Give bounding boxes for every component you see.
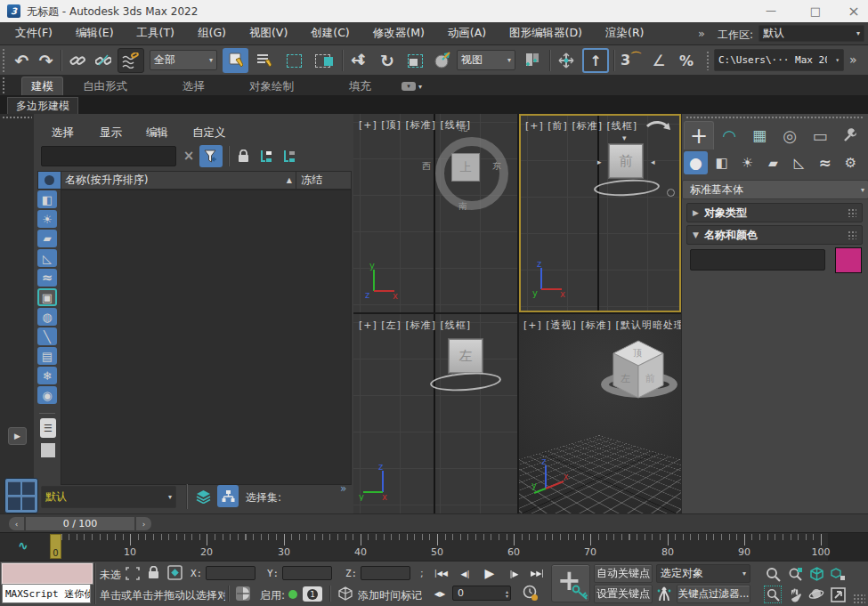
menu-animation[interactable]: 动画(A) (436, 22, 498, 44)
viewport-top[interactable]: [+] [顶] [标准] [线框] 上 北 南 西 东 y x z (353, 114, 517, 312)
menu-tools[interactable]: 工具(T) (126, 22, 186, 44)
redo-button[interactable]: ↷ (35, 50, 57, 71)
viewport-perspective[interactable]: [+] [透视] [标准] [默认明暗处理] 顶 左 前 z x y (519, 314, 681, 513)
ribbon-tab-modeling[interactable]: 建模 (21, 77, 63, 95)
selection-brackets-icon[interactable] (126, 567, 140, 580)
workspace-dropdown[interactable]: 默认 ▾ (758, 25, 864, 42)
column-name-header[interactable]: 名称(按升序排序) ▲ (61, 172, 296, 189)
explorer-search-input[interactable] (41, 146, 176, 166)
snap-toggle-3d[interactable]: 3 ⌒ (618, 50, 643, 71)
auto-key-button[interactable]: 自动关键点 (594, 564, 653, 583)
bind-to-spacewarp-button[interactable] (118, 48, 144, 73)
filter-shapes-toggle[interactable]: ◧ (37, 190, 57, 208)
set-keys-button[interactable]: + (551, 564, 590, 602)
undo-button[interactable]: ↶ (11, 50, 33, 71)
ribbon-grip[interactable] (2, 77, 6, 93)
menu-edit[interactable]: 编辑(E) (64, 22, 126, 44)
toolbar-overflow-icon[interactable]: » (849, 53, 857, 67)
tab-display[interactable]: ▭ (805, 121, 835, 149)
expand-hierarchy-icon[interactable] (256, 146, 276, 166)
track-bar[interactable]: ∿ 10 20 30 40 50 60 70 80 90 100 0 (0, 532, 868, 561)
enabled-status-dot[interactable] (288, 590, 297, 599)
lock-icon[interactable] (233, 146, 253, 166)
maximize-viewport-toggle[interactable] (829, 586, 847, 603)
time-slider-handle[interactable]: 0 (50, 534, 61, 559)
zoom-region-button[interactable] (764, 586, 782, 603)
menu-file[interactable]: 文件(F) (4, 22, 64, 44)
empty-swatch[interactable] (41, 443, 55, 457)
menu-create[interactable]: 创建(C) (299, 22, 361, 44)
degradation-override-icon[interactable] (235, 586, 251, 602)
tab-create[interactable]: + (684, 121, 714, 149)
ruler-ticks[interactable] (53, 534, 826, 546)
maximize-button[interactable]: □ (797, 2, 834, 20)
angle-snap-toggle[interactable]: ∠ (646, 50, 671, 71)
go-to-end-button[interactable]: ▶▶| (527, 565, 548, 582)
viewcube-home-dot[interactable] (667, 189, 675, 197)
primitive-category-dropdown[interactable]: 标准基本体 ▾ (682, 180, 868, 199)
select-by-name-button[interactable] (252, 50, 277, 71)
viewcube-arrow-up[interactable]: ▾ (622, 133, 627, 142)
key-mode-toggle[interactable]: ◀▶ (431, 586, 449, 602)
selection-lock-toggle[interactable] (148, 566, 159, 579)
show-curves-toggle[interactable]: ∿ (18, 538, 28, 553)
next-frame-arrow[interactable]: › (136, 517, 151, 530)
viewport-left-label[interactable]: [+] [左] [标准] [线框] (359, 319, 471, 332)
viewport-top-label[interactable]: [+] [顶] [标准] [线框] (359, 118, 471, 132)
isometric-cube-icon[interactable] (338, 586, 353, 601)
go-to-start-button[interactable]: |◀◀ (431, 565, 451, 582)
toolbar-grip[interactable] (2, 48, 6, 72)
layers-icon[interactable] (192, 486, 214, 507)
viewcube-compass-ellipse[interactable] (429, 370, 501, 393)
selection-filter-dropdown[interactable]: 全部 ▾ (150, 50, 217, 70)
viewcube-face[interactable]: 左 (449, 339, 483, 373)
key-filters-icon[interactable] (656, 586, 674, 602)
menu-modifiers[interactable]: 修改器(M) (361, 22, 436, 44)
filter-all-objects-toggle[interactable]: ▣ (37, 288, 57, 306)
compass-north-label[interactable]: 北 (458, 122, 467, 134)
absolute-offset-toggle[interactable] (167, 565, 183, 580)
rectangular-selection-region-button[interactable] (281, 50, 306, 71)
select-and-rotate-button[interactable]: ↻ (376, 50, 399, 71)
explorer-menu-select[interactable]: 选择 (52, 125, 87, 141)
previous-frame-arrow[interactable]: ‹ (9, 517, 24, 530)
previous-frame-button[interactable]: ◀| (455, 565, 475, 582)
keyboard-override-toggle[interactable]: ↑ (582, 48, 609, 73)
explorer-list-area[interactable] (61, 190, 352, 485)
ribbon-tab-object-paint[interactable]: 对象绘制 (240, 77, 303, 95)
filter-containers-toggle[interactable]: ▤ (37, 347, 57, 365)
menubar-overflow-icon[interactable]: » (698, 27, 705, 40)
key-filters-button[interactable]: 关键点过滤器... (677, 585, 750, 603)
set-key-button[interactable]: 设置关键点 (594, 585, 653, 603)
menu-views[interactable]: 视图(V) (238, 22, 299, 44)
resize-grip[interactable] (853, 594, 865, 604)
filter-lights-toggle[interactable]: ☀ (37, 210, 57, 228)
select-object-button[interactable] (223, 48, 248, 73)
tab-utilities[interactable] (835, 121, 865, 149)
filter-hidden-toggle[interactable]: ◉ (37, 386, 57, 404)
search-clear-icon[interactable]: × (181, 148, 197, 164)
viewcube-arrow-left[interactable]: ▸ (597, 158, 602, 166)
category-cameras[interactable]: ▰ (761, 151, 785, 174)
close-button[interactable]: × (841, 2, 866, 20)
window-crossing-toggle[interactable] (310, 50, 335, 71)
category-helpers[interactable]: ◺ (787, 151, 811, 174)
category-lights[interactable]: ☀ (735, 151, 759, 174)
filter-frozen-toggle[interactable]: ❄ (37, 367, 57, 384)
viewcube-rotate-arrow[interactable] (644, 117, 676, 144)
add-time-tag-label[interactable]: 添加时间标记 (358, 588, 422, 603)
command-panel-grip[interactable] (685, 116, 864, 120)
tab-motion[interactable]: ◎ (775, 121, 805, 149)
select-and-place-button[interactable] (431, 49, 454, 72)
viewcube-face[interactable]: 上 (451, 153, 480, 182)
layer-dropdown[interactable]: 默认 ▾ (41, 486, 176, 508)
object-color-swatch[interactable] (835, 247, 862, 273)
explorer-overflow-icon[interactable]: » (340, 482, 346, 495)
column-frozen-header[interactable]: 冻结 (296, 172, 351, 189)
strip-expand-button[interactable]: ▶ (8, 427, 27, 445)
maxscript-mini-listener[interactable]: MAXScript 迷你侦听器 (2, 584, 91, 603)
ribbon-tab-populate[interactable]: 填充 (340, 77, 380, 95)
reference-coordinate-dropdown[interactable]: 视图 ▾ (457, 50, 515, 70)
ribbon-minimize-dropdown[interactable]: ▾ ▾ (402, 77, 422, 95)
use-pivot-center-button[interactable] (520, 49, 545, 72)
